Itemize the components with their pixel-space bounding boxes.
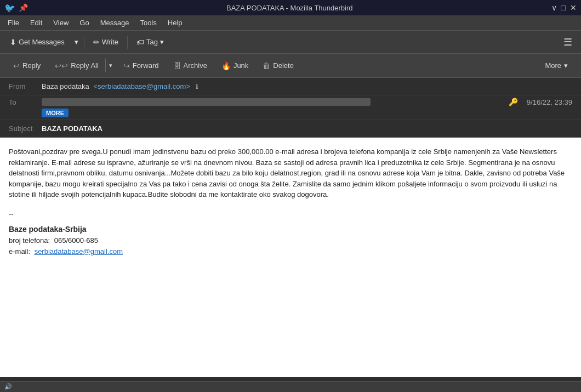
app-icon: 🐦: [4, 3, 15, 13]
menu-edit[interactable]: Edit: [25, 16, 48, 29]
statusbar: 🔊: [0, 381, 581, 392]
forward-button[interactable]: ↪ Forward: [117, 58, 166, 73]
get-messages-icon: ⬇: [10, 38, 16, 47]
from-label: From: [9, 82, 42, 90]
junk-icon: 🔥: [221, 61, 231, 70]
reply-all-dropdown[interactable]: ▾: [105, 59, 116, 72]
reply-all-group: ↩↩ Reply All ▾: [48, 58, 116, 73]
toolbar-separator-1: [84, 36, 84, 49]
delete-label: Delete: [273, 61, 294, 70]
more-label: More: [545, 61, 561, 70]
signature-email-link[interactable]: serbiadatabase@gmail.com: [35, 247, 123, 255]
reply-all-label: Reply All: [71, 61, 99, 70]
minimize-pin-icon[interactable]: 📌: [19, 3, 28, 12]
menu-file[interactable]: File: [2, 16, 25, 29]
tag-label: Tag: [146, 38, 158, 46]
titlebar-controls: ∨ □ ✕: [551, 3, 577, 12]
subject-row: Subject BAZA PODATAKA: [0, 120, 581, 137]
tag-dropdown-icon: ▾: [160, 38, 164, 46]
archive-button[interactable]: 🗄 Archive: [167, 58, 214, 73]
email-date: 9/16/22, 23:39: [527, 98, 572, 106]
menu-help[interactable]: Help: [162, 16, 188, 29]
signature-separator: --: [9, 209, 572, 220]
signature-phone: broj telefona: 065/6000-685: [9, 235, 572, 246]
phone-label: broj telefona:: [9, 236, 50, 245]
from-email: <serbiadatabase@gmail.com>: [93, 82, 190, 90]
get-messages-dropdown[interactable]: ▾: [72, 35, 81, 49]
maximize-icon[interactable]: □: [561, 3, 566, 12]
close-icon[interactable]: ✕: [570, 3, 577, 12]
body-paragraph-1: Poštovani,pozdrav pre svega.U ponudi ima…: [9, 146, 572, 200]
junk-label: Junk: [233, 61, 248, 70]
forward-icon: ↪: [123, 61, 130, 70]
get-messages-label: Get Messages: [19, 38, 65, 46]
subject-label: Subject: [9, 124, 42, 133]
more-dropdown-icon: ▾: [564, 61, 568, 70]
phone-value: 065/6000-685: [54, 236, 98, 245]
reply-all-button[interactable]: ↩↩ Reply All: [48, 58, 105, 73]
junk-button[interactable]: 🔥 Junk: [215, 58, 255, 73]
menu-tools[interactable]: Tools: [134, 16, 162, 29]
subject-value: BAZA PODATAKA: [42, 124, 102, 133]
minimize-icon[interactable]: ∨: [551, 3, 557, 12]
write-button[interactable]: ✏ Write: [88, 35, 124, 49]
menu-message[interactable]: Message: [95, 16, 135, 29]
forward-label: Forward: [133, 61, 159, 70]
archive-icon: 🗄: [173, 61, 181, 70]
tag-icon: 🏷: [136, 38, 144, 47]
from-row: From Baza podataka <serbiadatabase@gmail…: [0, 78, 581, 95]
email-body: Poštovani,pozdrav pre svega.U ponudi ima…: [0, 138, 581, 377]
email-header: From Baza podataka <serbiadatabase@gmail…: [0, 78, 581, 138]
status-icon: 🔊: [4, 383, 12, 390]
from-value: Baza podataka <serbiadatabase@gmail.com>…: [42, 82, 572, 90]
email-label: e-mail:: [9, 247, 30, 255]
hamburger-menu-icon[interactable]: ☰: [559, 35, 577, 50]
menu-view[interactable]: View: [48, 16, 74, 29]
signature-email: e-mail: serbiadatabase@gmail.com: [9, 246, 572, 257]
delete-button[interactable]: 🗑 Delete: [256, 58, 300, 73]
actionbar: ↩ Reply ↩↩ Reply All ▾ ↪ Forward 🗄 Archi…: [0, 54, 581, 78]
key-icon: 🔑: [509, 98, 518, 106]
email-signature: -- Baze podataka-Srbija broj telefona: 0…: [9, 209, 572, 257]
to-recipients-redacted: [42, 98, 371, 106]
menu-go[interactable]: Go: [74, 16, 94, 29]
to-row: To 🔑 9/16/22, 23:39 MORE: [0, 95, 581, 120]
write-label: Write: [102, 38, 118, 46]
titlebar-title: BAZA PODATAKA - Mozilla Thunderbird: [28, 4, 551, 12]
reply-icon: ↩: [13, 61, 20, 70]
more-button[interactable]: More ▾: [538, 58, 574, 73]
to-label: To: [9, 98, 42, 106]
toolbar: ⬇ Get Messages ▾ ✏ Write 🏷 Tag ▾ ☰: [0, 31, 581, 54]
more-recipients-button[interactable]: MORE: [42, 109, 69, 117]
contact-icon[interactable]: ℹ: [196, 83, 198, 90]
menubar: File Edit View Go Message Tools Help: [0, 15, 581, 31]
write-icon: ✏: [93, 38, 100, 47]
tag-button[interactable]: 🏷 Tag ▾: [131, 35, 169, 49]
get-messages-button[interactable]: ⬇ Get Messages: [4, 35, 70, 49]
signature-company: Baze podataka-Srbija: [9, 224, 572, 235]
reply-all-icon: ↩↩: [55, 61, 68, 70]
titlebar: 🐦 📌 BAZA PODATAKA - Mozilla Thunderbird …: [0, 0, 581, 15]
reply-label: Reply: [22, 61, 41, 70]
from-name: Baza podataka: [42, 82, 89, 90]
delete-icon: 🗑: [263, 61, 270, 70]
toolbar-separator-2: [127, 36, 128, 49]
reply-button[interactable]: ↩ Reply: [7, 58, 47, 73]
titlebar-left: 🐦 📌: [4, 3, 28, 13]
archive-label: Archive: [184, 61, 207, 70]
toolbar-right: ☰: [559, 36, 577, 48]
